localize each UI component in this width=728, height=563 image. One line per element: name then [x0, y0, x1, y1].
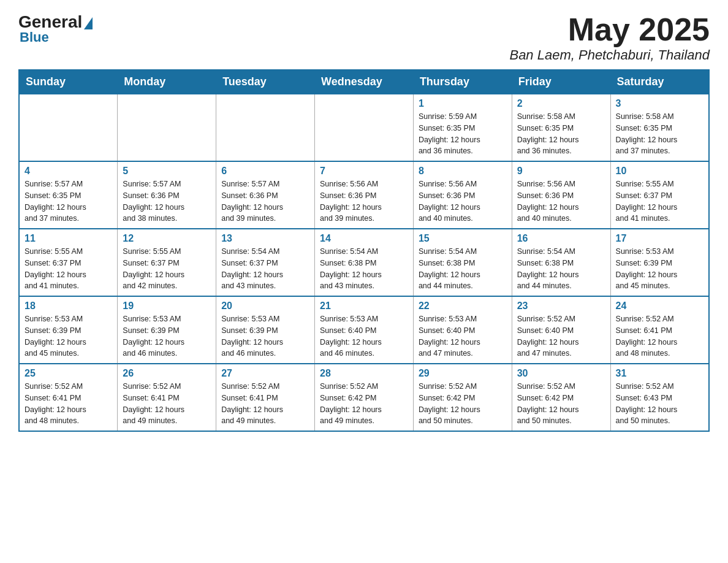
week-row-4: 18Sunrise: 5:53 AMSunset: 6:39 PMDayligh…	[19, 296, 709, 364]
calendar-header-sunday: Sunday	[19, 70, 118, 94]
calendar-cell: 1Sunrise: 5:59 AMSunset: 6:35 PMDaylight…	[413, 94, 512, 161]
calendar-cell: 27Sunrise: 5:52 AMSunset: 6:41 PMDayligh…	[216, 364, 315, 431]
calendar-cell: 10Sunrise: 5:55 AMSunset: 6:37 PMDayligh…	[610, 161, 709, 229]
calendar-cell: 9Sunrise: 5:56 AMSunset: 6:36 PMDaylight…	[512, 161, 610, 229]
calendar-cell	[19, 94, 118, 161]
calendar-cell: 16Sunrise: 5:54 AMSunset: 6:38 PMDayligh…	[512, 229, 610, 296]
calendar-cell: 8Sunrise: 5:56 AMSunset: 6:36 PMDaylight…	[413, 161, 512, 229]
calendar-cell	[216, 94, 315, 161]
day-info: Sunrise: 5:56 AMSunset: 6:36 PMDaylight:…	[419, 178, 507, 224]
calendar-header-saturday: Saturday	[610, 70, 709, 94]
calendar-cell: 29Sunrise: 5:52 AMSunset: 6:42 PMDayligh…	[413, 364, 512, 431]
day-number: 24	[616, 301, 703, 312]
calendar-cell: 28Sunrise: 5:52 AMSunset: 6:42 PMDayligh…	[315, 364, 414, 431]
day-number: 26	[123, 368, 211, 379]
calendar-header-tuesday: Tuesday	[216, 70, 315, 94]
day-info: Sunrise: 5:54 AMSunset: 6:37 PMDaylight:…	[221, 246, 309, 292]
calendar-cell: 23Sunrise: 5:52 AMSunset: 6:40 PMDayligh…	[512, 296, 610, 364]
day-number: 3	[616, 98, 703, 109]
day-info: Sunrise: 5:52 AMSunset: 6:42 PMDaylight:…	[320, 381, 408, 427]
day-number: 13	[221, 233, 309, 244]
day-number: 4	[25, 166, 112, 177]
calendar-cell: 17Sunrise: 5:53 AMSunset: 6:39 PMDayligh…	[610, 229, 709, 296]
calendar-cell: 15Sunrise: 5:54 AMSunset: 6:38 PMDayligh…	[413, 229, 512, 296]
day-info: Sunrise: 5:53 AMSunset: 6:39 PMDaylight:…	[25, 313, 112, 359]
calendar-cell: 21Sunrise: 5:53 AMSunset: 6:40 PMDayligh…	[315, 296, 414, 364]
calendar-cell	[118, 94, 216, 161]
day-info: Sunrise: 5:55 AMSunset: 6:37 PMDaylight:…	[123, 246, 211, 292]
calendar-cell: 14Sunrise: 5:54 AMSunset: 6:38 PMDayligh…	[315, 229, 414, 296]
day-number: 15	[419, 233, 507, 244]
calendar-header-row: SundayMondayTuesdayWednesdayThursdayFrid…	[19, 70, 709, 94]
calendar-table: SundayMondayTuesdayWednesdayThursdayFrid…	[18, 69, 710, 432]
day-info: Sunrise: 5:58 AMSunset: 6:35 PMDaylight:…	[517, 111, 605, 157]
day-number: 28	[320, 368, 408, 379]
day-info: Sunrise: 5:59 AMSunset: 6:35 PMDaylight:…	[419, 111, 507, 157]
week-row-5: 25Sunrise: 5:52 AMSunset: 6:41 PMDayligh…	[19, 364, 709, 431]
week-row-3: 11Sunrise: 5:55 AMSunset: 6:37 PMDayligh…	[19, 229, 709, 296]
day-number: 30	[517, 368, 605, 379]
day-info: Sunrise: 5:54 AMSunset: 6:38 PMDaylight:…	[419, 246, 507, 292]
calendar-header-thursday: Thursday	[413, 70, 512, 94]
day-number: 2	[517, 98, 605, 109]
day-number: 23	[517, 301, 605, 312]
day-info: Sunrise: 5:52 AMSunset: 6:42 PMDaylight:…	[517, 381, 605, 427]
day-number: 31	[616, 368, 703, 379]
calendar-cell	[315, 94, 414, 161]
logo-blue-text: Blue	[20, 29, 49, 45]
day-info: Sunrise: 5:53 AMSunset: 6:40 PMDaylight:…	[320, 313, 408, 359]
day-info: Sunrise: 5:52 AMSunset: 6:41 PMDaylight:…	[616, 313, 703, 359]
day-number: 7	[320, 166, 408, 177]
day-info: Sunrise: 5:52 AMSunset: 6:40 PMDaylight:…	[517, 313, 605, 359]
day-number: 16	[517, 233, 605, 244]
day-info: Sunrise: 5:52 AMSunset: 6:43 PMDaylight:…	[616, 381, 703, 427]
day-number: 22	[419, 301, 507, 312]
calendar-cell: 12Sunrise: 5:55 AMSunset: 6:37 PMDayligh…	[118, 229, 216, 296]
calendar-cell: 24Sunrise: 5:52 AMSunset: 6:41 PMDayligh…	[610, 296, 709, 364]
calendar-cell: 4Sunrise: 5:57 AMSunset: 6:35 PMDaylight…	[19, 161, 118, 229]
day-number: 6	[221, 166, 309, 177]
calendar-cell: 19Sunrise: 5:53 AMSunset: 6:39 PMDayligh…	[118, 296, 216, 364]
day-number: 27	[221, 368, 309, 379]
day-number: 17	[616, 233, 703, 244]
day-number: 19	[123, 301, 211, 312]
day-info: Sunrise: 5:56 AMSunset: 6:36 PMDaylight:…	[517, 178, 605, 224]
day-info: Sunrise: 5:52 AMSunset: 6:41 PMDaylight:…	[221, 381, 309, 427]
calendar-cell: 25Sunrise: 5:52 AMSunset: 6:41 PMDayligh…	[19, 364, 118, 431]
calendar-header-monday: Monday	[118, 70, 216, 94]
day-info: Sunrise: 5:53 AMSunset: 6:39 PMDaylight:…	[221, 313, 309, 359]
calendar-header-friday: Friday	[512, 70, 610, 94]
calendar-cell: 26Sunrise: 5:52 AMSunset: 6:41 PMDayligh…	[118, 364, 216, 431]
day-info: Sunrise: 5:53 AMSunset: 6:39 PMDaylight:…	[616, 246, 703, 292]
page-header: General Blue May 2025 Ban Laem, Phetchab…	[18, 12, 710, 63]
day-number: 8	[419, 166, 507, 177]
day-info: Sunrise: 5:53 AMSunset: 6:40 PMDaylight:…	[419, 313, 507, 359]
day-info: Sunrise: 5:56 AMSunset: 6:36 PMDaylight:…	[320, 178, 408, 224]
day-info: Sunrise: 5:57 AMSunset: 6:35 PMDaylight:…	[25, 178, 112, 224]
calendar-cell: 6Sunrise: 5:57 AMSunset: 6:36 PMDaylight…	[216, 161, 315, 229]
location-title: Ban Laem, Phetchaburi, Thailand	[509, 47, 710, 63]
day-number: 29	[419, 368, 507, 379]
day-number: 11	[25, 233, 112, 244]
title-block: May 2025 Ban Laem, Phetchaburi, Thailand	[509, 12, 710, 63]
calendar-cell: 30Sunrise: 5:52 AMSunset: 6:42 PMDayligh…	[512, 364, 610, 431]
day-number: 25	[25, 368, 112, 379]
day-info: Sunrise: 5:58 AMSunset: 6:35 PMDaylight:…	[616, 111, 703, 157]
day-info: Sunrise: 5:53 AMSunset: 6:39 PMDaylight:…	[123, 313, 211, 359]
calendar-cell: 3Sunrise: 5:58 AMSunset: 6:35 PMDaylight…	[610, 94, 709, 161]
day-number: 14	[320, 233, 408, 244]
logo: General Blue	[18, 12, 93, 45]
day-info: Sunrise: 5:55 AMSunset: 6:37 PMDaylight:…	[616, 178, 703, 224]
calendar-cell: 11Sunrise: 5:55 AMSunset: 6:37 PMDayligh…	[19, 229, 118, 296]
calendar-cell: 31Sunrise: 5:52 AMSunset: 6:43 PMDayligh…	[610, 364, 709, 431]
day-number: 10	[616, 166, 703, 177]
day-number: 9	[517, 166, 605, 177]
week-row-1: 1Sunrise: 5:59 AMSunset: 6:35 PMDaylight…	[19, 94, 709, 161]
day-number: 12	[123, 233, 211, 244]
calendar-cell: 18Sunrise: 5:53 AMSunset: 6:39 PMDayligh…	[19, 296, 118, 364]
calendar-cell: 22Sunrise: 5:53 AMSunset: 6:40 PMDayligh…	[413, 296, 512, 364]
week-row-2: 4Sunrise: 5:57 AMSunset: 6:35 PMDaylight…	[19, 161, 709, 229]
calendar-cell: 5Sunrise: 5:57 AMSunset: 6:36 PMDaylight…	[118, 161, 216, 229]
logo-triangle-icon	[84, 17, 93, 29]
day-number: 5	[123, 166, 211, 177]
